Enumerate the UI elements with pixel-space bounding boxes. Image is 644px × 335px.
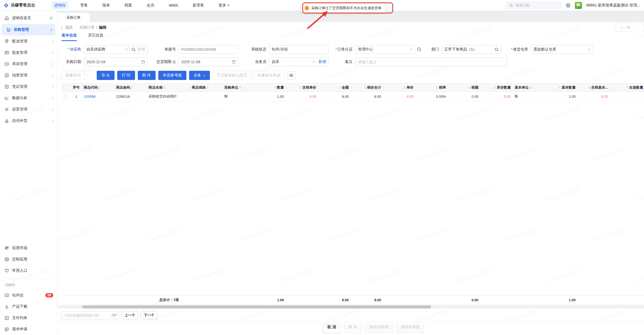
sidebar-item-files[interactable]: 文件列表 xyxy=(0,312,57,324)
col-spec[interactable]: 商品规格 xyxy=(191,83,223,92)
find-input[interactable] xyxy=(62,311,119,319)
col-tax-base[interactable]: 含税基本... xyxy=(578,83,611,92)
sort-icon[interactable] xyxy=(559,86,561,89)
sidebar-item-requests[interactable]: 需求申请 xyxy=(0,324,57,335)
salesman-select[interactable]: 自采 新增 xyxy=(269,58,329,66)
avatar[interactable] xyxy=(575,2,582,9)
sort-icon[interactable] xyxy=(300,86,301,89)
supplier-select[interactable]: 自采供应商 新增 xyxy=(84,45,148,54)
sidebar-item-settings[interactable]: 设置管理 xyxy=(0,104,57,115)
nav-item-jxc[interactable]: 进销存 xyxy=(52,2,68,9)
batch-add-button[interactable]: 批量添加 xyxy=(62,71,85,80)
col-stock-qty[interactable]: 库存数量 xyxy=(481,83,514,92)
batch-add-more-button[interactable]: ··· xyxy=(85,71,94,80)
sidebar-item-messages[interactable]: 站内信 59 xyxy=(0,290,57,301)
col-base-unit[interactable]: 基本单位 xyxy=(514,83,541,92)
order-no-input[interactable] xyxy=(181,47,236,52)
nav-item-archive[interactable]: 档案 xyxy=(122,2,135,9)
batch-modify-button[interactable]: 批量修改单据 xyxy=(254,71,284,80)
printer-icon[interactable] xyxy=(566,3,571,8)
horizontal-scrollbar[interactable] xyxy=(57,305,644,309)
nav-item-retail[interactable]: 零售 xyxy=(78,2,90,9)
prev-doc-button[interactable]: 上一单 xyxy=(616,24,634,32)
cell-product-code-link[interactable]: 105996 xyxy=(83,92,115,101)
sort-icon[interactable] xyxy=(436,86,438,89)
back-button[interactable]: 返回 xyxy=(62,25,73,30)
find-next-button[interactable]: 下一个 xyxy=(141,311,157,319)
sort-icon[interactable] xyxy=(494,86,496,89)
sort-icon[interactable] xyxy=(588,86,590,89)
business-dropdown-button[interactable]: 业务 xyxy=(189,71,210,80)
sort-icon[interactable] xyxy=(626,86,628,89)
global-search-input[interactable] xyxy=(515,3,556,7)
tab-basic-info[interactable]: 基本信息 xyxy=(62,33,77,41)
column-settings-button[interactable] xyxy=(287,71,295,79)
col-unit-price[interactable]: 单价 xyxy=(384,83,416,92)
delivery-deadline-field[interactable]: 2025-11-06 xyxy=(179,58,238,66)
col-amount[interactable]: 金额 xyxy=(319,83,351,92)
department-field[interactable]: 正常下单商品（1） xyxy=(442,45,501,54)
sidebar-item-voucher[interactable]: 凭证管理 xyxy=(0,81,57,92)
col-tax-total[interactable]: 税价合计 xyxy=(351,83,384,92)
order-store-select[interactable]: 管理中心 xyxy=(355,45,415,54)
nav-item-wms[interactable]: WMS xyxy=(166,2,180,9)
sidebar-item-app-market[interactable]: 应用市场 xyxy=(0,242,57,254)
store-search-icon[interactable] xyxy=(417,47,421,52)
sidebar-item-purchase[interactable]: 采购管理 xyxy=(2,24,55,35)
col-tax-rate[interactable]: 税率 xyxy=(416,83,449,92)
print-button[interactable]: 打 印 xyxy=(117,71,135,80)
col-product-code[interactable]: 商品代码 xyxy=(83,83,115,92)
sidebar-item-delivery[interactable]: 配送管理 xyxy=(0,36,57,47)
sidebar-item-home[interactable]: 进销存首页 xyxy=(0,12,57,24)
audit-status-field[interactable] xyxy=(269,45,329,54)
attachment-button[interactable]: 附 件 xyxy=(138,71,156,80)
save-and-new-button[interactable]: 保存并新增 xyxy=(365,324,393,333)
sort-icon[interactable] xyxy=(530,86,531,89)
salesman-add-button[interactable]: 新增 xyxy=(318,59,326,64)
user-name[interactable]: 99661-新界面果蔬版测试-管理... xyxy=(586,3,640,8)
info-icon[interactable]: ? xyxy=(172,60,176,64)
sidebar-item-downloads[interactable]: 产品下载 xyxy=(0,301,57,312)
col-purchase-unit[interactable]: 采购单位 xyxy=(223,83,245,92)
scrollbar-thumb[interactable] xyxy=(82,305,431,309)
sort-icon[interactable] xyxy=(164,86,165,89)
col-transit-qty[interactable]: 在途数量 xyxy=(611,83,644,92)
sort-icon[interactable] xyxy=(274,86,276,89)
cancel-button[interactable]: 取 消 xyxy=(323,324,340,333)
row-checkbox[interactable] xyxy=(64,95,68,98)
sort-icon[interactable] xyxy=(364,86,366,89)
sidebar-item-settlement[interactable]: $ 结算管理 xyxy=(0,70,57,81)
col-barcode[interactable]: 商品条码 xyxy=(115,83,147,92)
sidebar-item-custom-app[interactable]: 定制应用 xyxy=(0,254,57,265)
search-icon[interactable] xyxy=(495,48,499,52)
sidebar-item-inventory[interactable]: 库存管理 xyxy=(0,58,57,70)
save-and-audit-button[interactable]: 保存并审核 xyxy=(397,324,424,333)
sort-icon[interactable] xyxy=(99,86,100,89)
sort-icon[interactable] xyxy=(469,86,470,89)
col-tax-amount[interactable]: 税额 xyxy=(449,83,481,92)
replenish-ref-button[interactable]: 补货参考值 xyxy=(158,71,186,80)
table-row[interactable]: 1 105996 2299216 采购收货自动维护 瓶 1.00 8.00 8.… xyxy=(62,92,644,101)
sidebar-item-analysis[interactable]: 数据分析 xyxy=(0,92,57,104)
sort-icon[interactable] xyxy=(339,86,341,89)
sidebar-item-wholesale[interactable]: 批发管理 xyxy=(0,47,57,58)
order-no-field[interactable] xyxy=(179,45,238,54)
global-search[interactable] xyxy=(506,1,561,9)
warehouse-select[interactable]: 系统默认仓库 xyxy=(531,45,593,54)
search-icon[interactable] xyxy=(132,48,136,52)
next-doc-button-partial[interactable] xyxy=(637,24,644,32)
save-button[interactable]: 保 存 xyxy=(344,324,361,333)
audit-status-input[interactable] xyxy=(272,47,326,52)
find-prev-button[interactable]: 上一个 xyxy=(122,311,138,319)
col-qty[interactable]: 数量 xyxy=(245,83,287,92)
collapse-sidebar-icon[interactable] xyxy=(48,16,53,21)
col-base-qty[interactable]: 基本数量 xyxy=(541,83,578,92)
export-button[interactable]: 导 出 xyxy=(97,71,115,80)
sort-icon[interactable] xyxy=(207,86,209,89)
col-tax-price[interactable]: 含税单价 xyxy=(287,83,319,92)
nav-item-member[interactable]: 会员 xyxy=(144,2,157,9)
nav-item-newretail[interactable]: 新零售 xyxy=(190,2,206,9)
select-all-checkbox[interactable] xyxy=(64,86,68,89)
sort-icon[interactable] xyxy=(404,86,405,89)
nav-item-more[interactable]: 更多 xyxy=(216,2,232,9)
